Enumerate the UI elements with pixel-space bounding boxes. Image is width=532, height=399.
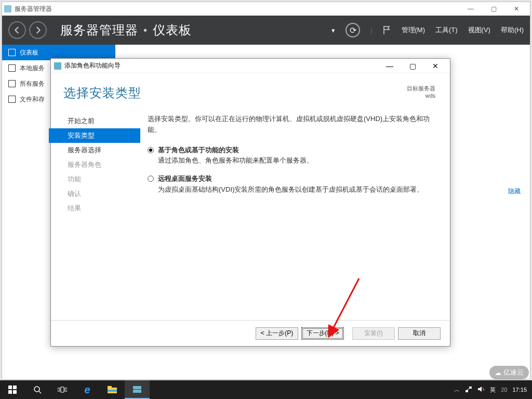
step-features: 功能 — [63, 172, 142, 187]
refresh-button[interactable]: ⟳ — [345, 23, 360, 37]
step-install-type[interactable]: 安装类型 — [49, 128, 140, 143]
maximize-button[interactable]: ▢ — [482, 2, 505, 16]
svg-point-5 — [34, 387, 39, 392]
option-rds[interactable]: 远程桌面服务安装 为虚拟桌面基础结构(VDI)安装所需的角色服务以创建基于虚拟机… — [148, 174, 435, 195]
radio-rds[interactable] — [148, 176, 154, 182]
cancel-button[interactable]: 取消 — [398, 327, 441, 340]
search-button[interactable] — [25, 380, 50, 399]
outer-titlebar: 服务器管理器 — ▢ ✕ — [2, 2, 530, 16]
page-title: 选择安装类型 — [63, 85, 141, 101]
start-button[interactable] — [0, 380, 25, 399]
servers-icon — [8, 80, 16, 87]
svg-rect-3 — [8, 390, 12, 394]
wizard-titlebar: 添加角色和功能向导 — ▢ ✕ — [51, 59, 450, 73]
svg-rect-15 — [466, 390, 468, 392]
close-button[interactable]: ✕ — [505, 2, 528, 16]
taskbar-server-manager[interactable] — [125, 380, 150, 399]
install-button: 安装(I) — [352, 327, 395, 340]
flag-icon[interactable] — [383, 25, 391, 35]
tray-input-badge[interactable]: 20 — [501, 387, 507, 393]
wizard-close-button[interactable]: ✕ — [424, 59, 447, 73]
svg-rect-4 — [13, 390, 17, 394]
outer-title: 服务器管理器 — [15, 5, 52, 14]
option-role-based[interactable]: 基于角色或基于功能的安装 通过添加角色、角色服务和功能来配置单个服务器。 — [148, 145, 435, 167]
step-server-roles: 服务器角色 — [63, 157, 142, 172]
svg-line-6 — [39, 391, 41, 393]
breadcrumb: 服务器管理器 • 仪表板 — [60, 22, 192, 38]
svg-rect-12 — [108, 390, 117, 392]
svg-line-18 — [483, 388, 484, 391]
add-roles-wizard: 添加角色和功能向导 — ▢ ✕ 选择安装类型 目标服务器 wds 开始之前 安装… — [50, 58, 450, 347]
tray-chevron-icon[interactable]: ︿ — [454, 386, 460, 394]
radio-role-based[interactable] — [148, 147, 154, 153]
menu-tools[interactable]: 工具(T) — [435, 25, 458, 35]
breadcrumb-current: 仪表板 — [153, 22, 192, 38]
svg-rect-1 — [8, 385, 12, 389]
server-manager-icon — [4, 5, 11, 12]
svg-rect-2 — [13, 385, 17, 389]
step-server-select[interactable]: 服务器选择 — [63, 143, 142, 157]
menu-manage[interactable]: 管理(M) — [402, 25, 425, 35]
nav-forward-button[interactable] — [29, 21, 47, 39]
server-icon — [8, 64, 16, 72]
tray-clock[interactable]: 17:15 — [512, 387, 527, 393]
svg-rect-7 — [58, 388, 60, 391]
next-button[interactable]: 下一步(N) > — [301, 327, 344, 340]
wizard-icon — [54, 62, 61, 70]
nav-arrows — [8, 21, 47, 39]
tray-ime-lang[interactable]: 英 — [490, 386, 496, 394]
step-results: 结果 — [63, 201, 142, 216]
wizard-maximize-button[interactable]: ▢ — [401, 59, 424, 73]
tray-volume-icon[interactable] — [477, 385, 485, 394]
target-server-info: 目标服务器 wds — [407, 85, 435, 100]
step-before-begin[interactable]: 开始之前 — [63, 114, 142, 128]
taskbar-explorer[interactable] — [100, 380, 125, 399]
wizard-minimize-button[interactable]: — — [378, 59, 401, 73]
svg-rect-11 — [108, 386, 112, 388]
svg-rect-8 — [61, 387, 64, 392]
dashboard-icon — [8, 49, 16, 56]
svg-rect-13 — [133, 386, 141, 389]
taskbar-ie[interactable]: e — [75, 380, 100, 399]
watermark: ☁ 亿速云 — [489, 366, 529, 379]
step-confirm: 确认 — [63, 187, 142, 201]
menu-help[interactable]: 帮助(H) — [501, 25, 524, 35]
cloud-icon: ☁ — [495, 369, 501, 377]
header-bar: 服务器管理器 • 仪表板 ▾ ⟳ | 管理(M) 工具(T) 视图(V) 帮助(… — [2, 16, 530, 45]
intro-text: 选择安装类型。你可以在正在运行的物理计算机、虚拟机或脱机虚拟硬盘(VHD)上安装… — [148, 114, 435, 136]
hide-link[interactable]: 隐藏 — [508, 187, 521, 196]
breadcrumb-root[interactable]: 服务器管理器 — [60, 22, 138, 38]
dropdown-icon[interactable]: ▾ — [331, 26, 335, 34]
wizard-steps: 开始之前 安装类型 服务器选择 服务器角色 功能 确认 结果 — [51, 111, 142, 304]
svg-rect-14 — [133, 390, 141, 393]
nav-back-button[interactable] — [8, 21, 26, 39]
taskbar: e ︿ 英 20 17:15 — [0, 380, 532, 399]
svg-line-17 — [467, 388, 470, 390]
storage-icon — [8, 96, 16, 103]
svg-rect-9 — [65, 388, 67, 391]
wizard-title-text: 添加角色和功能向导 — [64, 61, 121, 70]
menu-view[interactable]: 视图(V) — [468, 25, 490, 35]
prev-button[interactable]: < 上一步(P) — [256, 327, 298, 340]
chevron-right-icon: • — [143, 24, 148, 36]
wizard-content: 选择安装类型。你可以在正在运行的物理计算机、虚拟机或脱机虚拟硬盘(VHD)上安装… — [142, 111, 450, 304]
tray-network-icon[interactable] — [465, 385, 472, 394]
task-view-button[interactable] — [50, 380, 75, 399]
wizard-footer: < 上一步(P) 下一步(N) > 安装(I) 取消 — [51, 320, 450, 346]
minimize-button[interactable]: — — [459, 2, 482, 16]
system-tray: ︿ 英 20 17:15 — [449, 385, 532, 394]
